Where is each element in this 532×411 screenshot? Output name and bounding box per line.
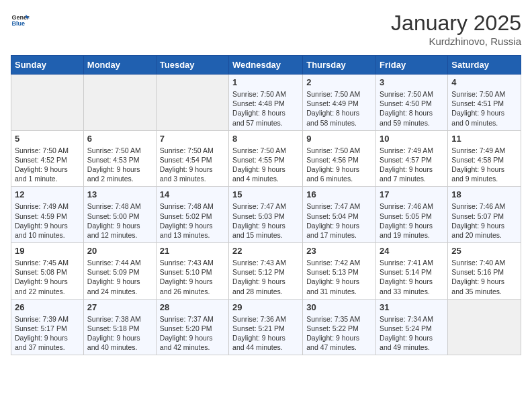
calendar-cell: 6Sunrise: 7:50 AM Sunset: 4:53 PM Daylig… [83, 130, 156, 187]
day-info: Sunrise: 7:50 AM Sunset: 4:50 PM Dayligh… [380, 89, 444, 128]
day-info: Sunrise: 7:50 AM Sunset: 4:49 PM Dayligh… [306, 89, 372, 128]
calendar-cell: 31Sunrise: 7:34 AM Sunset: 5:24 PM Dayli… [376, 299, 448, 355]
day-number: 17 [380, 189, 444, 199]
calendar-title: January 2025 [391, 11, 521, 36]
day-number: 14 [160, 189, 225, 199]
calendar-cell: 28Sunrise: 7:37 AM Sunset: 5:20 PM Dayli… [156, 299, 228, 355]
calendar-cell: 21Sunrise: 7:43 AM Sunset: 5:10 PM Dayli… [156, 243, 228, 300]
day-number: 18 [451, 189, 517, 199]
calendar-cell: 1Sunrise: 7:50 AM Sunset: 4:48 PM Daylig… [229, 75, 303, 131]
logo-icon: General Blue [11, 11, 30, 30]
calendar-week-5: 26Sunrise: 7:39 AM Sunset: 5:17 PM Dayli… [11, 299, 521, 355]
day-number: 2 [306, 77, 372, 87]
weekday-header-saturday: Saturday [448, 56, 521, 75]
day-info: Sunrise: 7:50 AM Sunset: 4:48 PM Dayligh… [232, 89, 299, 128]
day-number: 5 [15, 134, 80, 144]
calendar-cell: 4Sunrise: 7:50 AM Sunset: 4:51 PM Daylig… [448, 75, 521, 131]
day-info: Sunrise: 7:46 AM Sunset: 5:07 PM Dayligh… [451, 201, 517, 240]
calendar-cell: 22Sunrise: 7:43 AM Sunset: 5:12 PM Dayli… [229, 243, 303, 300]
day-info: Sunrise: 7:50 AM Sunset: 4:54 PM Dayligh… [160, 146, 225, 184]
calendar-cell: 15Sunrise: 7:47 AM Sunset: 5:03 PM Dayli… [229, 187, 303, 243]
day-number: 13 [87, 189, 152, 199]
weekday-header-tuesday: Tuesday [156, 56, 228, 75]
day-number: 10 [380, 134, 444, 144]
weekday-header-wednesday: Wednesday [229, 56, 303, 75]
day-number: 9 [306, 134, 372, 144]
calendar-cell [83, 75, 156, 131]
day-info: Sunrise: 7:49 AM Sunset: 4:59 PM Dayligh… [15, 201, 80, 240]
day-info: Sunrise: 7:50 AM Sunset: 4:52 PM Dayligh… [15, 146, 80, 184]
calendar-cell: 27Sunrise: 7:38 AM Sunset: 5:18 PM Dayli… [83, 299, 156, 355]
calendar-subtitle: Kurdzhinovo, Russia [391, 36, 521, 47]
day-number: 7 [160, 134, 225, 144]
day-info: Sunrise: 7:42 AM Sunset: 5:13 PM Dayligh… [306, 258, 372, 296]
day-info: Sunrise: 7:50 AM Sunset: 4:53 PM Dayligh… [87, 146, 152, 184]
calendar-cell: 9Sunrise: 7:50 AM Sunset: 4:56 PM Daylig… [303, 130, 376, 187]
day-info: Sunrise: 7:43 AM Sunset: 5:12 PM Dayligh… [232, 258, 299, 296]
day-number: 28 [160, 302, 225, 312]
day-info: Sunrise: 7:36 AM Sunset: 5:21 PM Dayligh… [232, 314, 299, 353]
day-info: Sunrise: 7:48 AM Sunset: 5:02 PM Dayligh… [160, 201, 225, 240]
day-number: 26 [15, 302, 80, 312]
day-number: 8 [232, 134, 299, 144]
calendar-week-3: 12Sunrise: 7:49 AM Sunset: 4:59 PM Dayli… [11, 187, 521, 243]
day-info: Sunrise: 7:39 AM Sunset: 5:17 PM Dayligh… [15, 314, 80, 353]
day-number: 6 [87, 134, 152, 144]
day-number: 1 [232, 77, 299, 87]
calendar-week-2: 5Sunrise: 7:50 AM Sunset: 4:52 PM Daylig… [11, 130, 521, 187]
day-number: 4 [451, 77, 517, 87]
day-info: Sunrise: 7:49 AM Sunset: 4:57 PM Dayligh… [380, 146, 444, 184]
calendar-cell: 5Sunrise: 7:50 AM Sunset: 4:52 PM Daylig… [11, 130, 84, 187]
calendar-cell [11, 75, 84, 131]
weekday-header-sunday: Sunday [11, 56, 84, 75]
calendar-cell [448, 299, 521, 355]
calendar-cell: 19Sunrise: 7:45 AM Sunset: 5:08 PM Dayli… [11, 243, 84, 300]
calendar-cell: 18Sunrise: 7:46 AM Sunset: 5:07 PM Dayli… [448, 187, 521, 243]
calendar-cell: 11Sunrise: 7:49 AM Sunset: 4:58 PM Dayli… [448, 130, 521, 187]
day-number: 22 [232, 246, 299, 256]
day-info: Sunrise: 7:50 AM Sunset: 4:51 PM Dayligh… [451, 89, 517, 128]
day-number: 31 [380, 302, 444, 312]
calendar-cell: 23Sunrise: 7:42 AM Sunset: 5:13 PM Dayli… [303, 243, 376, 300]
calendar-cell: 14Sunrise: 7:48 AM Sunset: 5:02 PM Dayli… [156, 187, 228, 243]
day-number: 15 [232, 189, 299, 199]
day-info: Sunrise: 7:48 AM Sunset: 5:00 PM Dayligh… [87, 201, 152, 240]
calendar-cell: 12Sunrise: 7:49 AM Sunset: 4:59 PM Dayli… [11, 187, 84, 243]
day-info: Sunrise: 7:49 AM Sunset: 4:58 PM Dayligh… [451, 146, 517, 184]
weekday-header-thursday: Thursday [303, 56, 376, 75]
day-info: Sunrise: 7:35 AM Sunset: 5:22 PM Dayligh… [306, 314, 372, 353]
calendar-cell: 2Sunrise: 7:50 AM Sunset: 4:49 PM Daylig… [303, 75, 376, 131]
svg-text:Blue: Blue [11, 20, 25, 27]
day-number: 21 [160, 246, 225, 256]
calendar-cell: 17Sunrise: 7:46 AM Sunset: 5:05 PM Dayli… [376, 187, 448, 243]
calendar-cell: 7Sunrise: 7:50 AM Sunset: 4:54 PM Daylig… [156, 130, 228, 187]
weekday-header-row: SundayMondayTuesdayWednesdayThursdayFrid… [11, 56, 521, 75]
day-number: 12 [15, 189, 80, 199]
day-info: Sunrise: 7:41 AM Sunset: 5:14 PM Dayligh… [380, 258, 444, 296]
day-number: 29 [232, 302, 299, 312]
day-number: 11 [451, 134, 517, 144]
day-number: 24 [380, 246, 444, 256]
day-info: Sunrise: 7:34 AM Sunset: 5:24 PM Dayligh… [380, 314, 444, 353]
calendar-cell: 26Sunrise: 7:39 AM Sunset: 5:17 PM Dayli… [11, 299, 84, 355]
day-info: Sunrise: 7:50 AM Sunset: 4:56 PM Dayligh… [306, 146, 372, 184]
calendar-cell: 29Sunrise: 7:36 AM Sunset: 5:21 PM Dayli… [229, 299, 303, 355]
day-info: Sunrise: 7:50 AM Sunset: 4:55 PM Dayligh… [232, 146, 299, 184]
day-number: 27 [87, 302, 152, 312]
day-info: Sunrise: 7:43 AM Sunset: 5:10 PM Dayligh… [160, 258, 225, 296]
day-number: 16 [306, 189, 372, 199]
calendar-cell: 20Sunrise: 7:44 AM Sunset: 5:09 PM Dayli… [83, 243, 156, 300]
day-info: Sunrise: 7:38 AM Sunset: 5:18 PM Dayligh… [87, 314, 152, 353]
calendar-table: SundayMondayTuesdayWednesdayThursdayFrid… [11, 55, 521, 355]
calendar-cell: 16Sunrise: 7:47 AM Sunset: 5:04 PM Dayli… [303, 187, 376, 243]
logo: General Blue [11, 11, 30, 30]
calendar-cell [156, 75, 228, 131]
day-number: 3 [380, 77, 444, 87]
calendar-cell: 3Sunrise: 7:50 AM Sunset: 4:50 PM Daylig… [376, 75, 448, 131]
page-header: General Blue January 2025 Kurdzhinovo, R… [11, 11, 521, 47]
calendar-week-4: 19Sunrise: 7:45 AM Sunset: 5:08 PM Dayli… [11, 243, 521, 300]
calendar-cell: 8Sunrise: 7:50 AM Sunset: 4:55 PM Daylig… [229, 130, 303, 187]
calendar-cell: 30Sunrise: 7:35 AM Sunset: 5:22 PM Dayli… [303, 299, 376, 355]
calendar-cell: 25Sunrise: 7:40 AM Sunset: 5:16 PM Dayli… [448, 243, 521, 300]
calendar-week-1: 1Sunrise: 7:50 AM Sunset: 4:48 PM Daylig… [11, 75, 521, 131]
